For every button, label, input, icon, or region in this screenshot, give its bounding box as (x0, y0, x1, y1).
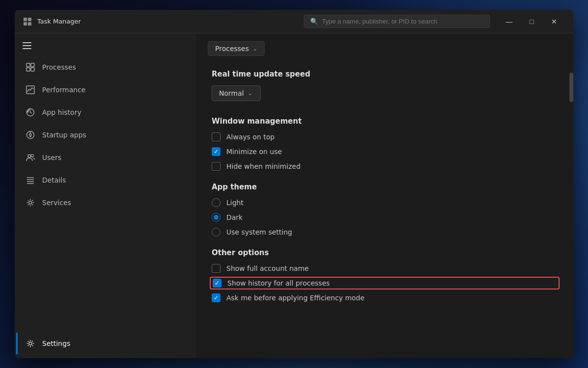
svg-point-18 (29, 201, 32, 204)
system-theme-item[interactable]: Use system setting (212, 228, 558, 237)
settings-icon (25, 339, 35, 348)
window-management-checkboxes: Always on top Minimize on use Hide when … (212, 132, 558, 171)
light-theme-label: Light (226, 199, 244, 207)
search-bar[interactable]: 🔍 (304, 15, 490, 28)
svg-point-19 (29, 342, 32, 345)
app-window: Task Manager 🔍 — □ ✕ (15, 10, 573, 358)
system-theme-radio[interactable] (212, 228, 220, 237)
minimize-on-use-checkbox[interactable] (212, 147, 220, 156)
right-panel: Processes ⌄ Real time update speed Norma… (196, 33, 573, 358)
svg-rect-2 (24, 22, 27, 26)
users-icon (25, 153, 35, 162)
settings-label: Settings (42, 340, 70, 347)
search-input[interactable] (322, 18, 484, 25)
update-speed-dropdown[interactable]: Normal ⌄ (212, 85, 261, 101)
hamburger-icon (23, 42, 31, 49)
processes-label: Processes (42, 63, 76, 71)
details-label: Details (42, 176, 66, 184)
always-on-top-checkbox[interactable] (212, 132, 220, 141)
dark-theme-label: Dark (226, 213, 243, 221)
ask-efficiency-item[interactable]: Ask me before applying Efficiency mode (212, 293, 558, 302)
svg-rect-0 (24, 18, 27, 21)
sidebar-item-services[interactable]: Services (18, 192, 193, 213)
show-history-all-label: Show history for all processes (227, 279, 330, 287)
processes-tab-label: Processes (215, 45, 249, 53)
always-on-top-item[interactable]: Always on top (212, 132, 558, 141)
main-content: Processes Performance (15, 33, 573, 358)
sidebar-item-app-history[interactable]: App history (18, 102, 193, 123)
sidebar-item-settings[interactable]: Settings (16, 333, 193, 354)
performance-icon (25, 85, 35, 95)
svg-rect-5 (31, 63, 34, 67)
processes-icon (25, 62, 35, 72)
startup-apps-label: Startup apps (42, 131, 86, 139)
update-speed-section-title: Real time update speed (212, 70, 558, 79)
show-history-all-checkbox[interactable] (213, 279, 221, 288)
system-theme-label: Use system setting (226, 228, 292, 236)
sidebar-item-performance[interactable]: Performance (18, 79, 193, 101)
scrollbar-thumb[interactable] (569, 73, 573, 102)
sidebar-item-users[interactable]: Users (18, 147, 193, 168)
close-button[interactable]: ✕ (543, 14, 565, 29)
settings-content[interactable]: Real time update speed Normal ⌄ Window m… (196, 62, 573, 358)
svg-rect-1 (28, 18, 31, 21)
sidebar-item-startup-apps[interactable]: Startup apps (18, 124, 193, 146)
always-on-top-label: Always on top (226, 133, 274, 141)
show-full-account-item[interactable]: Show full account name (212, 264, 558, 273)
svg-point-13 (31, 155, 34, 157)
other-options-section-title: Other options (212, 248, 558, 257)
performance-label: Performance (42, 86, 86, 94)
svg-rect-3 (28, 22, 31, 26)
services-label: Services (42, 199, 71, 207)
details-icon (25, 175, 35, 185)
search-icon: 🔍 (310, 18, 318, 25)
app-history-label: App history (42, 108, 81, 116)
ask-efficiency-checkbox[interactable] (212, 293, 220, 302)
sidebar-item-details[interactable]: Details (18, 169, 193, 191)
minimize-on-use-item[interactable]: Minimize on use (212, 147, 558, 156)
svg-rect-4 (26, 63, 30, 67)
title-bar: Task Manager 🔍 — □ ✕ (15, 10, 573, 33)
show-full-account-label: Show full account name (226, 264, 309, 272)
hide-when-minimized-item[interactable]: Hide when minimized (212, 162, 558, 171)
app-title: Task Manager (37, 18, 304, 25)
window-management-section-title: Window management (212, 117, 558, 126)
scrollbar[interactable] (569, 33, 573, 358)
svg-rect-7 (31, 68, 34, 71)
processes-tab[interactable]: Processes ⌄ (208, 41, 265, 56)
light-theme-radio[interactable] (212, 198, 220, 207)
sidebar: Processes Performance (15, 33, 196, 358)
minimize-on-use-label: Minimize on use (226, 148, 282, 156)
app-theme-section-title: App theme (212, 183, 558, 191)
sidebar-item-processes[interactable]: Processes (18, 56, 193, 78)
maximize-button[interactable]: □ (520, 14, 543, 29)
hide-when-minimized-checkbox[interactable] (212, 162, 220, 171)
ask-efficiency-label: Ask me before applying Efficiency mode (226, 294, 365, 302)
app-theme-radios: Light Dark Use system setting (212, 198, 558, 237)
app-icon (23, 17, 32, 26)
minimize-button[interactable]: — (498, 14, 520, 29)
other-options-checkboxes: Show full account name Show history for … (212, 264, 558, 302)
users-label: Users (42, 154, 61, 161)
light-theme-item[interactable]: Light (212, 198, 558, 207)
svg-point-12 (28, 155, 31, 158)
dark-theme-radio[interactable] (212, 213, 220, 222)
history-icon (25, 107, 35, 117)
window-controls: — □ ✕ (498, 14, 565, 29)
dropdown-chevron-icon: ⌄ (248, 90, 252, 97)
sidebar-spacer (15, 214, 196, 332)
update-speed-value: Normal (219, 89, 244, 97)
services-icon (25, 198, 35, 208)
startup-icon (25, 130, 35, 140)
hamburger-button[interactable] (15, 37, 196, 54)
svg-rect-6 (26, 68, 30, 71)
chevron-down-icon: ⌄ (253, 46, 257, 52)
panel-header: Processes ⌄ (196, 33, 573, 62)
dark-theme-item[interactable]: Dark (212, 213, 558, 222)
hide-when-minimized-label: Hide when minimized (226, 162, 300, 170)
show-history-all-item[interactable]: Show history for all processes (210, 277, 560, 289)
show-full-account-checkbox[interactable] (212, 264, 220, 273)
